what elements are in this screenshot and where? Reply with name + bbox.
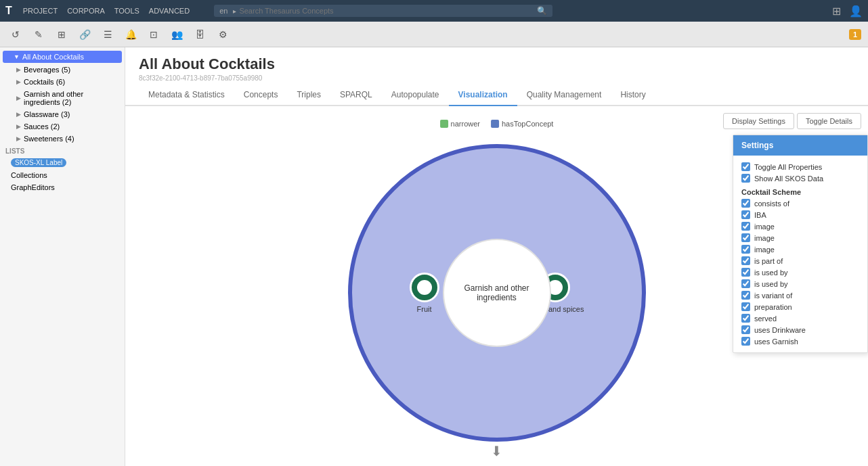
sidebar-item-label: All About Cocktails: [22, 53, 84, 61]
sidebar-item-sweeteners[interactable]: ▶ Sweeteners (4): [0, 133, 125, 145]
tab-autopopulate[interactable]: Autopopulate: [382, 85, 449, 106]
arrow-icon: ▶: [16, 95, 21, 101]
prop-is-used-by-2: is used by: [741, 278, 859, 289]
nav-project[interactable]: PROJECT: [23, 7, 58, 15]
show-skos-label[interactable]: Show All SKOS Data: [754, 174, 823, 183]
tab-concepts[interactable]: Concepts: [234, 85, 288, 106]
prop-is-part-of: is part of: [741, 255, 859, 266]
settings-panel: Settings Toggle All Properties Show All …: [733, 135, 868, 353]
display-settings-button[interactable]: Display Settings: [723, 113, 794, 129]
toolbar-users[interactable]: 👥: [168, 26, 186, 43]
sidebar-item-all-about-cocktails[interactable]: ▼ All About Cocktails: [3, 51, 122, 63]
sidebar-item-label: Glassware (3): [24, 110, 70, 118]
lang-selector[interactable]: en: [219, 7, 227, 15]
prop-checkbox-10[interactable]: [741, 314, 750, 323]
toolbar-refresh[interactable]: ↺: [7, 26, 24, 43]
toolbar-bell[interactable]: 🔔: [122, 26, 139, 43]
show-skos-checkbox[interactable]: [741, 174, 750, 183]
search-bar[interactable]: en ▸ 🔍: [214, 5, 552, 17]
prop-label-8[interactable]: is variant of: [754, 292, 792, 300]
prop-checkbox-5[interactable]: [741, 256, 750, 265]
sidebar-item-garnish[interactable]: ▶ Garnish and other ingredients (2): [0, 88, 125, 108]
viz-legend: narrower hasTopConcept: [440, 120, 554, 128]
toolbar-link[interactable]: 🔗: [76, 26, 93, 43]
prop-label-7[interactable]: is used by: [754, 280, 788, 288]
sidebar-item-cocktails[interactable]: ▶ Cocktails (6): [0, 76, 125, 88]
skos-xl-tag[interactable]: SKOS-XL Label: [11, 158, 66, 167]
toolbar-hierarchy[interactable]: ⊡: [145, 26, 162, 43]
tab-history[interactable]: History: [611, 85, 655, 106]
toggle-details-button[interactable]: Toggle Details: [797, 113, 861, 129]
legend-narrower: narrower: [440, 120, 480, 128]
inner-circle[interactable]: Garnish and other ingredients: [443, 239, 551, 347]
toolbar-grid[interactable]: ⊞: [53, 26, 70, 43]
legend-narrower-color: [440, 120, 448, 128]
prop-uses-drinkware: uses Drinkware: [741, 324, 859, 335]
prop-label-9[interactable]: preparation: [754, 303, 792, 311]
toggle-all-label[interactable]: Toggle All Properties: [754, 163, 822, 171]
prop-label-2[interactable]: image: [754, 223, 775, 231]
search-input[interactable]: [239, 7, 537, 15]
sidebar-item-glassware[interactable]: ▶ Glassware (3): [0, 108, 125, 120]
prop-label-11[interactable]: uses Drinkware: [754, 326, 806, 334]
tab-visualization[interactable]: Visualization: [449, 85, 517, 106]
nav-corpora[interactable]: CORPORA: [67, 7, 105, 15]
tab-sparql[interactable]: SPARQL: [330, 85, 382, 106]
prop-checkbox-6[interactable]: [741, 268, 750, 277]
toolbar-list[interactable]: ☰: [99, 26, 116, 43]
tab-triples[interactable]: Triples: [287, 85, 330, 106]
toolbar-add[interactable]: ✎: [30, 26, 47, 43]
nav-tools[interactable]: TOOLS: [114, 7, 139, 15]
toggle-all-row: Toggle All Properties: [741, 161, 859, 172]
prop-label-1[interactable]: IBA: [754, 211, 766, 219]
prop-preparation: preparation: [741, 301, 859, 312]
arrow-icon: ▶: [16, 111, 21, 118]
toggle-all-checkbox[interactable]: [741, 162, 750, 171]
toolbar-settings[interactable]: ⚙: [214, 26, 232, 43]
prop-label-5[interactable]: is part of: [754, 257, 783, 265]
prop-checkbox-4[interactable]: [741, 245, 750, 254]
sidebar-item-label: Garnish and other ingredients (2): [24, 90, 119, 106]
sidebar-item-skos-xl[interactable]: SKOS-XL Label: [0, 156, 125, 169]
prop-checkbox-12[interactable]: [741, 337, 750, 346]
prop-label-3[interactable]: image: [754, 234, 775, 242]
search-icon[interactable]: 🔍: [537, 6, 547, 16]
prop-checkbox-9[interactable]: [741, 302, 750, 311]
sidebar-item-beverages[interactable]: ▶ Beverages (5): [0, 64, 125, 76]
user-icon[interactable]: 👤: [849, 5, 863, 18]
prop-checkbox-0[interactable]: [741, 199, 750, 208]
node-fruit[interactable]: Fruit: [410, 273, 439, 313]
tabs-bar: Metadata & Statistics Concepts Triples S…: [125, 85, 868, 106]
top-nav-right: ⊞ 👤: [832, 5, 863, 18]
sidebar-item-sauces[interactable]: ▶ Sauces (2): [0, 120, 125, 133]
prop-is-variant-of: is variant of: [741, 289, 859, 301]
tab-metadata[interactable]: Metadata & Statistics: [139, 85, 234, 106]
tab-quality[interactable]: Quality Management: [517, 85, 611, 106]
prop-checkbox-7[interactable]: [741, 279, 750, 288]
prop-label-6[interactable]: is used by: [754, 269, 788, 277]
prop-checkbox-1[interactable]: [741, 210, 750, 219]
prop-label-12[interactable]: uses Garnish: [754, 337, 798, 346]
prop-checkbox-3[interactable]: [741, 233, 750, 242]
download-icon[interactable]: ⬇: [491, 443, 502, 459]
nav-advanced[interactable]: ADVANCED: [149, 7, 190, 15]
arrow-icon: ▶: [16, 66, 21, 73]
visualization-area: Display Settings Toggle Details narrower…: [125, 106, 868, 466]
prop-checkbox-8[interactable]: [741, 291, 750, 300]
top-navigation: T PROJECT CORPORA TOOLS ADVANCED en ▸ 🔍 …: [0, 0, 868, 22]
sidebar-item-graph-editors[interactable]: GraphEditors: [0, 181, 125, 193]
sidebar-item-collections[interactable]: Collections: [0, 169, 125, 181]
fruit-node-label: Fruit: [417, 305, 432, 313]
sidebar-item-label: Beverages (5): [24, 66, 70, 74]
grid-icon[interactable]: ⊞: [832, 5, 841, 18]
settings-body: Toggle All Properties Show All SKOS Data…: [733, 156, 867, 352]
prop-checkbox-2[interactable]: [741, 222, 750, 231]
arrow-icon: ▶: [16, 78, 21, 85]
prop-image-3: image: [741, 243, 859, 255]
prop-served: served: [741, 312, 859, 324]
toolbar-database[interactable]: 🗄: [191, 26, 209, 43]
prop-checkbox-11[interactable]: [741, 325, 750, 334]
prop-label-10[interactable]: served: [754, 314, 777, 323]
prop-label-4[interactable]: image: [754, 246, 775, 254]
prop-label-0[interactable]: consists of: [754, 200, 789, 208]
